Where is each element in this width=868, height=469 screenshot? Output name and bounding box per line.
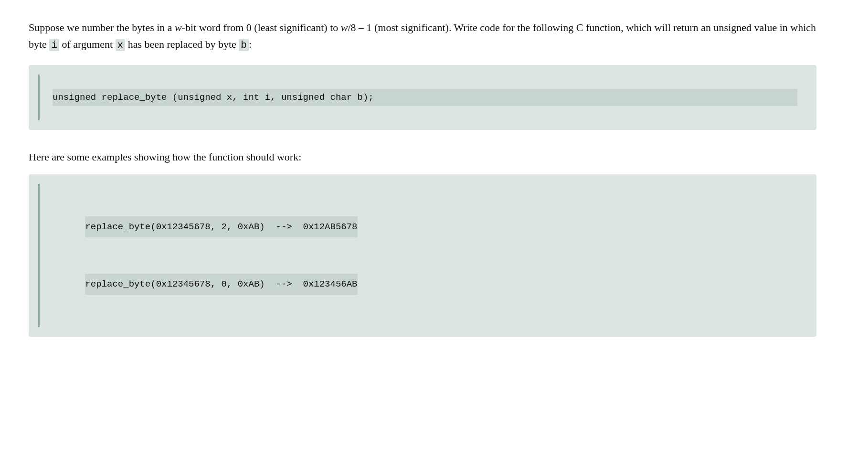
examples-intro-paragraph: Here are some examples showing how the f… xyxy=(29,149,816,165)
intro-text-part1f: : xyxy=(249,38,252,50)
example-line-2: replace_byte(0x12345678, 0, 0xAB) --> 0x… xyxy=(53,256,797,313)
example-line-1-text: replace_byte(0x12345678, 2, 0xAB) --> 0x… xyxy=(85,216,357,237)
inline-code-b: b xyxy=(239,39,249,51)
example-line-1: replace_byte(0x12345678, 2, 0xAB) --> 0x… xyxy=(53,198,797,256)
function-signature-block: unsigned replace_byte (unsigned x, int i… xyxy=(29,65,816,130)
example-line-2-text: replace_byte(0x12345678, 0, 0xAB) --> 0x… xyxy=(85,274,357,295)
intro-text-part1b: -bit word from 0 (least significant) to xyxy=(182,21,341,33)
inline-code-i: i xyxy=(49,39,59,51)
function-signature-line: unsigned replace_byte (unsigned x, int i… xyxy=(53,89,797,106)
intro-text-part1: Suppose we number the bytes in a xyxy=(29,21,175,33)
examples-block: replace_byte(0x12345678, 2, 0xAB) --> 0x… xyxy=(29,174,816,337)
inline-code-x: x xyxy=(116,39,126,51)
main-content: Suppose we number the bytes in a w-bit w… xyxy=(29,19,816,337)
intro-text-part1e: has been replaced by byte xyxy=(125,38,239,50)
intro-paragraph: Suppose we number the bytes in a w-bit w… xyxy=(29,19,816,53)
intro-text-part1d: of argument xyxy=(59,38,116,50)
italic-w2: w xyxy=(341,21,348,33)
italic-w: w xyxy=(175,21,182,33)
